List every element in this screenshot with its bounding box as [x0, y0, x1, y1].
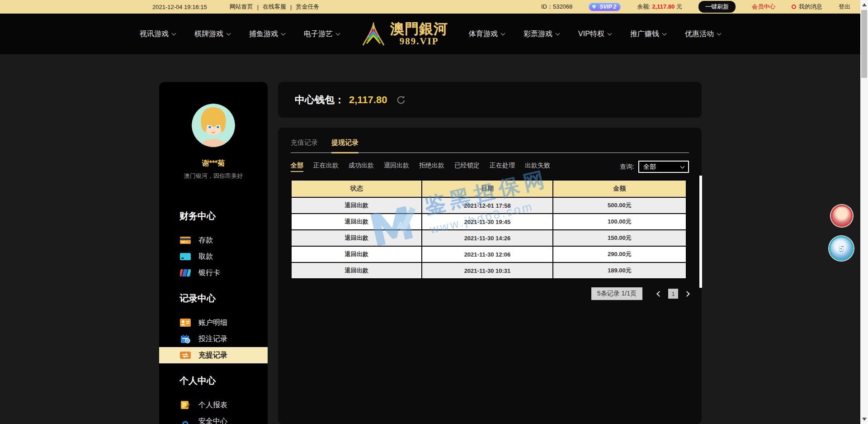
chevron-down-icon [556, 31, 560, 35]
diamond-icon [591, 4, 597, 10]
cell-status: 退回出款 [291, 197, 422, 214]
top-bar: 2021-12-04 19:16:15 网站首页 | 在线客服 | 赏金任务 I… [0, 0, 860, 14]
chevron-down-icon [662, 31, 666, 35]
transfer-record-icon [179, 351, 191, 360]
service-badge: 5 [839, 244, 844, 253]
logo-texts: 澳門銀河 989.VIP [390, 22, 448, 46]
customer-service-button-2[interactable]: 5 [829, 236, 854, 261]
chevron-down-icon [226, 31, 231, 35]
filter-rejected[interactable]: 拒绝出款 [419, 162, 444, 172]
sidebar-item-label: 投注记录 [198, 334, 227, 344]
sidebar-item-deposit[interactable]: 存款 [159, 232, 268, 248]
nav-fishing-games[interactable]: 捕鱼游戏 [249, 29, 285, 39]
user-slogan: 澳门银河，因你而美好 [159, 172, 268, 180]
messages-wrap: 我的消息 [792, 3, 822, 11]
sidebar-item-withdraw[interactable]: 取款 [159, 248, 268, 265]
filter-paying[interactable]: 正在出款 [313, 162, 339, 172]
logo-subtitle: 989.VIP [400, 37, 439, 46]
nav-video-games[interactable]: 视讯游戏 [140, 29, 175, 39]
member-center-link[interactable]: 会员中心 [752, 3, 775, 11]
wallet-amount: 2,117.80 [349, 94, 387, 106]
clock-text: 2021-12-04 19:16:15 [152, 4, 207, 10]
sidebar-item-label: 充提记录 [198, 351, 227, 360]
sidebar-item-label: 存款 [198, 236, 213, 245]
personal-report-icon [179, 400, 191, 410]
next-page-icon[interactable] [684, 291, 690, 297]
wallet-label: 中心钱包： [295, 93, 344, 107]
section-personal-title: 个人中心 [159, 375, 268, 387]
user-id: ID：532068 [541, 3, 572, 11]
tab-withdraw-records[interactable]: 提现记录 [331, 138, 359, 153]
svip-badge: SVIP 2 [589, 3, 621, 11]
page-number[interactable]: 1 [668, 289, 678, 299]
scrollbar-thumb[interactable] [861, 10, 867, 78]
cell-date: 2021-11-30 12:06 [422, 246, 552, 262]
bounty-task-link[interactable]: 赏金任务 [296, 3, 320, 11]
chevron-down-icon [717, 31, 721, 35]
customer-service-button-1[interactable] [831, 205, 853, 227]
filter-success[interactable]: 成功出款 [349, 162, 374, 172]
nav-lottery-games[interactable]: 彩票游戏 [524, 29, 559, 39]
section-finance-title: 财务中心 [159, 210, 268, 222]
nav-vip-privilege[interactable]: VIP特权 [578, 29, 611, 39]
sidebar-item-security-center[interactable]: 安全中心 [159, 413, 268, 424]
chevron-down-icon [501, 31, 505, 35]
cell-status: 退回出款 [291, 262, 422, 279]
sidebar-item-bank-card[interactable]: 银行卡 [159, 265, 268, 281]
nav-promo-activity[interactable]: 优惠活动 [685, 29, 721, 39]
top-bar-right: ID：532068 SVIP 2 余额: 2,117.80 元 一键刷新 会员中… [541, 1, 850, 13]
cell-date: 2021-11-30 14:26 [422, 230, 552, 246]
site-logo[interactable]: 澳門銀河 989.VIP [360, 22, 448, 46]
online-service-link[interactable]: 在线客服 [263, 3, 286, 11]
sidebar-item-label: 取款 [198, 252, 213, 262]
record-tabs: 充值记录 提现记录 [291, 138, 689, 153]
messages-link[interactable]: 我的消息 [799, 3, 822, 11]
cell-amount: 500.00元 [553, 197, 686, 214]
logo-title: 澳門銀河 [390, 22, 448, 36]
home-link[interactable]: 网站首页 [230, 3, 253, 11]
sidebar-item-transfer-record[interactable]: 充提记录 [159, 347, 268, 363]
balance: 余额: 2,117.80 元 [637, 3, 682, 11]
nav-promotion-earn[interactable]: 推广赚钱 [630, 29, 666, 39]
sidebar-item-account-detail[interactable]: 账户明细 [159, 314, 268, 331]
cell-date: 2021-11-30 19:45 [422, 214, 552, 230]
refresh-balance-button[interactable]: 一键刷新 [698, 1, 736, 13]
filter-processing[interactable]: 正在处理 [490, 162, 515, 172]
scroll-down-icon[interactable] [862, 418, 867, 421]
tab-recharge-records[interactable]: 充值记录 [291, 138, 318, 152]
filter-failed[interactable]: 出款失败 [525, 162, 550, 172]
filter-locked[interactable]: 已经锁定 [454, 162, 480, 172]
filter-all[interactable]: 全部 [291, 162, 303, 172]
filter-returned[interactable]: 退回出款 [384, 162, 409, 172]
refresh-icon [396, 95, 406, 105]
deposit-card-icon [179, 236, 191, 245]
sidebar-item-bet-record[interactable]: 投注记录 [159, 331, 268, 347]
separator: | [257, 4, 259, 10]
svip-label: SVIP 2 [599, 4, 616, 10]
col-amount: 金额 [553, 180, 686, 197]
table-row: 退回出款 2021-11-30 10:31 189.00元 [291, 262, 686, 279]
sidebar-item-personal-report[interactable]: 个人报表 [159, 397, 268, 413]
section-records-title: 记录中心 [159, 292, 268, 305]
scroll-up-icon[interactable] [862, 3, 867, 6]
prev-page-icon[interactable] [656, 291, 662, 297]
nav-board-games[interactable]: 棋牌游戏 [194, 29, 230, 39]
window-scrollbar[interactable] [860, 0, 868, 424]
security-lock-icon [179, 417, 191, 424]
logout-link[interactable]: 登出 [839, 3, 850, 11]
chevron-down-icon [680, 164, 685, 169]
cell-date: 2021-11-30 10:31 [422, 262, 552, 279]
cell-amount: 189.00元 [553, 262, 686, 279]
sidebar-item-label: 账户明细 [198, 318, 227, 328]
table-scrollbar[interactable] [699, 176, 702, 288]
records-card: 充值记录 提现记录 全部 正在出款 成功出款 退回出款 拒绝出款 已经锁定 正在… [278, 128, 702, 424]
status-filters: 全部 正在出款 成功出款 退回出款 拒绝出款 已经锁定 正在处理 出款失败 查询… [291, 161, 689, 173]
nav-slot-games[interactable]: 电子游艺 [304, 29, 340, 39]
refresh-wallet-button[interactable] [396, 95, 406, 105]
avatar [192, 104, 235, 147]
col-status: 状态 [291, 180, 422, 197]
balance-label: 余额: [637, 3, 651, 10]
nav-sports-games[interactable]: 体育游戏 [469, 29, 505, 39]
query-select[interactable]: 全部 [638, 161, 689, 173]
cell-status: 退回出款 [291, 230, 422, 246]
